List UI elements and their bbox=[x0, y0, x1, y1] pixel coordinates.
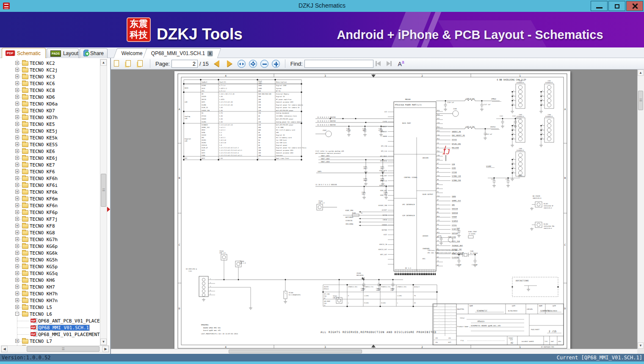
tree-item-folder[interactable]: +TECNO KF6m bbox=[0, 195, 100, 202]
tree-item-folder[interactable]: +TECNO KH6 bbox=[0, 277, 100, 283]
expand-toggle-icon[interactable]: + bbox=[15, 203, 19, 207]
tree-item-folder[interactable]: +TECNO KE5j bbox=[0, 128, 100, 134]
expand-toggle-icon[interactable]: + bbox=[15, 251, 19, 255]
tree-item-folder[interactable]: +TECNO KF6k bbox=[0, 189, 100, 195]
expand-toggle-icon[interactable]: + bbox=[15, 237, 19, 241]
expand-toggle-icon[interactable]: + bbox=[15, 264, 19, 268]
tree-item-folder[interactable]: +TECNO KE5S bbox=[0, 141, 100, 148]
tree-item-folder[interactable]: +TECNO KF6p bbox=[0, 209, 100, 216]
tree-item-folder[interactable]: +TECNO KC6 bbox=[0, 80, 100, 87]
tree-vertical-scrollbar[interactable]: ▲ ▼ ☰ bbox=[100, 59, 107, 345]
match-case-icon[interactable]: Aa bbox=[398, 60, 404, 67]
tree-item-folder[interactable]: +TECNO KC3 bbox=[0, 73, 100, 80]
minimize-button[interactable] bbox=[591, 1, 608, 11]
expand-toggle-icon[interactable]: + bbox=[15, 149, 19, 153]
expand-toggle-icon[interactable]: + bbox=[15, 102, 19, 106]
tree-item-folder[interactable]: +TECNO KF7j bbox=[0, 216, 100, 222]
viewer-vertical-scrollbar[interactable]: ▲ ▼ ☰ bbox=[637, 69, 644, 349]
expand-toggle-icon[interactable]: + bbox=[15, 176, 19, 180]
fit-width-icon[interactable] bbox=[238, 60, 246, 68]
expand-toggle-icon[interactable]: + bbox=[15, 81, 19, 85]
tree-item-folder[interactable]: +TECNO KD6 bbox=[0, 94, 100, 100]
expand-toggle-icon[interactable]: + bbox=[15, 339, 19, 343]
viewer-vscroll-thumb[interactable]: ☰ bbox=[638, 91, 643, 110]
expand-toggle-icon[interactable]: + bbox=[15, 271, 19, 275]
scroll-right-icon[interactable]: ▶ bbox=[102, 346, 109, 352]
tree-vscroll-thumb[interactable]: ☰ bbox=[101, 174, 106, 207]
splitter-collapse-icon[interactable] bbox=[107, 207, 110, 212]
zoom-in-icon[interactable] bbox=[272, 60, 280, 68]
tree-item-folder[interactable]: +TECNO KE6j bbox=[0, 155, 100, 161]
tree-hscroll-thumb[interactable]: ☰ bbox=[27, 346, 100, 352]
tree-item-folder[interactable]: +TECNO KF6h bbox=[0, 175, 100, 182]
viewer-scroll-down-icon[interactable]: ▼ bbox=[638, 342, 644, 349]
zoom-out-icon[interactable] bbox=[260, 60, 268, 68]
tree-item-folder[interactable]: +TECNO KF6i bbox=[0, 182, 100, 189]
extract-page-icon[interactable] bbox=[136, 59, 145, 68]
expand-toggle-icon[interactable]: + bbox=[15, 258, 19, 261]
tree-item-folder[interactable]: +TECNO KD7h bbox=[0, 114, 100, 121]
maximize-button[interactable] bbox=[608, 1, 625, 11]
page-number-input[interactable] bbox=[171, 60, 198, 68]
tree-item-pdf[interactable]: PDFQP68_MMI_V01.SCH.1 bbox=[0, 324, 100, 331]
expand-toggle-icon[interactable]: + bbox=[15, 210, 19, 214]
tree-item-folder[interactable]: -TECNO L6 bbox=[0, 311, 100, 317]
expand-toggle-icon[interactable]: + bbox=[15, 142, 19, 146]
tab-share[interactable]: Share bbox=[80, 48, 108, 58]
tree-item-folder[interactable]: +TECNO KC8 bbox=[0, 87, 100, 94]
previous-page-icon[interactable] bbox=[214, 60, 219, 67]
expand-toggle-icon[interactable]: + bbox=[15, 244, 19, 248]
expand-toggle-icon[interactable]: + bbox=[15, 115, 19, 119]
expand-toggle-icon[interactable]: + bbox=[15, 68, 19, 72]
tree-item-folder[interactable]: +TECNO KD6a bbox=[0, 100, 100, 107]
tree-item-folder[interactable]: +TECNO KE7 bbox=[0, 161, 100, 168]
expand-toggle-icon[interactable]: + bbox=[15, 136, 19, 139]
tree-item-folder[interactable]: +TECNO L7 bbox=[0, 338, 100, 345]
expand-toggle-icon[interactable]: + bbox=[15, 305, 19, 309]
document-viewer[interactable]: 44332211AABBCCDDSymbolVout(V)Iout(mA)Des… bbox=[111, 69, 644, 354]
expand-toggle-icon[interactable]: + bbox=[15, 108, 19, 112]
tree-item-folder[interactable]: +TECNO KE5 bbox=[0, 121, 100, 128]
copy-page-icon[interactable] bbox=[124, 59, 133, 68]
expand-toggle-icon[interactable]: + bbox=[15, 190, 19, 194]
tree-item-folder[interactable]: +TECNO KF8 bbox=[0, 222, 100, 229]
viewer-horizontal-scrollbar[interactable] bbox=[111, 349, 637, 354]
tree-horizontal-scrollbar[interactable]: ◀ ▶ ☰ bbox=[1, 345, 109, 353]
expand-toggle-icon[interactable]: + bbox=[15, 95, 19, 99]
scroll-left-icon[interactable]: ◀ bbox=[1, 346, 8, 352]
expand-toggle-icon[interactable]: + bbox=[15, 278, 19, 282]
tree-item-folder[interactable]: +TECNO KG6p bbox=[0, 243, 100, 250]
next-page-icon[interactable] bbox=[227, 60, 232, 67]
close-button[interactable] bbox=[626, 1, 643, 11]
tree-item-folder[interactable]: +TECNO KF6 bbox=[0, 168, 100, 175]
tab-schematic[interactable]: PDF Schematic bbox=[2, 48, 46, 58]
expand-toggle-icon[interactable]: + bbox=[15, 217, 19, 221]
tree-item-folder[interactable]: +TECNO KC2j bbox=[0, 67, 100, 73]
tree-item-pdf[interactable]: PDFQP68_MMI_V01_PLACEMENT bbox=[0, 331, 100, 338]
find-next-icon[interactable] bbox=[385, 60, 392, 67]
tree-item-folder[interactable]: +TECNO KG5p bbox=[0, 263, 100, 270]
tree-item-folder[interactable]: +TECNO KE6 bbox=[0, 148, 100, 155]
expand-toggle-icon[interactable]: + bbox=[15, 292, 19, 295]
tree-item-folder[interactable]: +TECNO KH7 bbox=[0, 283, 100, 290]
expand-toggle-icon[interactable]: + bbox=[15, 163, 19, 167]
expand-toggle-icon[interactable]: + bbox=[15, 197, 19, 200]
expand-toggle-icon[interactable]: + bbox=[15, 75, 19, 78]
expand-toggle-icon[interactable]: + bbox=[15, 88, 19, 92]
tree-item-folder[interactable]: +TECNO KE5k bbox=[0, 134, 100, 141]
find-previous-icon[interactable] bbox=[375, 60, 382, 67]
expand-toggle-icon[interactable]: + bbox=[15, 129, 19, 133]
expand-toggle-icon[interactable]: + bbox=[15, 224, 19, 228]
scroll-down-icon[interactable]: ▼ bbox=[100, 339, 107, 345]
expand-toggle-icon[interactable]: + bbox=[15, 231, 19, 234]
tree-item-folder[interactable]: +TECNO KF6n bbox=[0, 202, 100, 209]
tab-layout[interactable]: PADS Layout bbox=[47, 48, 79, 58]
expand-toggle-icon[interactable]: + bbox=[15, 169, 19, 173]
tree-item-folder[interactable]: +TECNO KG5q bbox=[0, 270, 100, 277]
tree-item-folder[interactable]: +TECNO L5 bbox=[0, 304, 100, 311]
expand-toggle-icon[interactable]: + bbox=[15, 298, 19, 302]
expand-toggle-icon[interactable]: + bbox=[15, 183, 19, 187]
viewer-scroll-up-icon[interactable]: ▲ bbox=[638, 69, 644, 76]
find-input[interactable] bbox=[304, 60, 373, 68]
expand-toggle-icon[interactable]: + bbox=[15, 156, 19, 160]
